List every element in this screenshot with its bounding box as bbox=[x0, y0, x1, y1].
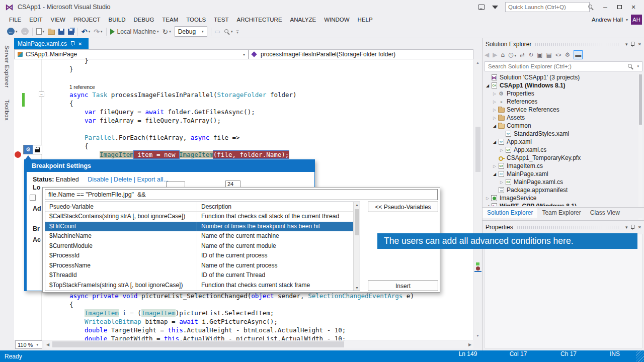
tree-item-app-xaml[interactable]: ◢<>App.xaml bbox=[484, 138, 637, 146]
find-in-files-button[interactable]: ▾ bbox=[224, 27, 233, 37]
tree-item-winrt-cpp-windows-8-1-[interactable]: ◢C+WinRT_CPP (Windows 8.1) bbox=[484, 202, 637, 206]
code-line[interactable]: double TargetHeight = this.ActualHeight … bbox=[39, 326, 414, 334]
tree-item-assets[interactable]: ▷Assets bbox=[484, 114, 637, 122]
h-scrollbar-thumb[interactable] bbox=[52, 341, 344, 347]
expand-arrow-icon[interactable]: ▷ bbox=[492, 116, 498, 120]
menu-team[interactable]: TEAM bbox=[158, 14, 182, 25]
pending-changes-icon[interactable]: ◷▾ bbox=[508, 51, 516, 58]
preview-selected-items-button[interactable]: ▬ bbox=[574, 50, 583, 59]
quick-launch-input[interactable] bbox=[508, 4, 586, 10]
maximize-button[interactable] bbox=[613, 2, 626, 12]
navigate-forward-button[interactable]: → bbox=[21, 27, 29, 37]
close-icon[interactable]: ✕ bbox=[637, 225, 641, 230]
code-line[interactable]: async Task processImageFilesInParallel(S… bbox=[39, 90, 297, 99]
code-line[interactable]: Parallel.ForEach(fileArray, async file =… bbox=[39, 133, 297, 142]
tree-item-service-references[interactable]: ▷Service References bbox=[484, 106, 637, 114]
open-file-button[interactable] bbox=[48, 27, 55, 37]
close-button[interactable]: ✕ bbox=[627, 2, 640, 12]
conditions-checkbox[interactable] bbox=[30, 195, 36, 201]
tree-item-csapp1-windows-8-1-[interactable]: ◢C#CSApp1 (Windows 8.1) bbox=[484, 81, 637, 89]
user-menu-chevron-down-icon[interactable]: ▾ bbox=[626, 18, 628, 22]
new-file-button[interactable]: ▾ bbox=[36, 27, 45, 37]
code-line[interactable]: } bbox=[39, 56, 297, 65]
scrollbar-thumb[interactable] bbox=[639, 74, 642, 125]
navigate-backward-button[interactable]: ←▾ bbox=[7, 27, 18, 37]
column-description[interactable]: Description bbox=[197, 202, 360, 211]
menu-build[interactable]: BUILD bbox=[105, 14, 130, 25]
save-all-button[interactable] bbox=[68, 27, 74, 37]
menu-architecture[interactable]: ARCHITECTURE bbox=[232, 14, 286, 25]
code-line[interactable]: async private void pictureList_Selection… bbox=[39, 292, 414, 300]
code-line[interactable]: var fileQuery = await folder.GetFilesAsy… bbox=[39, 108, 297, 116]
toolbar-overflow-button[interactable]: ─▾ bbox=[236, 30, 238, 34]
user-name[interactable]: Andrew Hall bbox=[592, 17, 623, 23]
menu-file[interactable]: FILE bbox=[5, 14, 25, 25]
feedback-icon[interactable] bbox=[478, 5, 485, 10]
code-line[interactable]: WriteableBitmap bitmap = await i.GetPict… bbox=[39, 317, 414, 326]
properties-wrench-icon[interactable]: ⚙ bbox=[565, 51, 571, 58]
tree-item-properties[interactable]: ▷⚙Properties bbox=[484, 89, 637, 98]
menu-view[interactable]: VIEW bbox=[47, 14, 69, 25]
tree-item-imageservice[interactable]: ▷ImageService bbox=[484, 194, 637, 202]
scroll-down-icon[interactable]: ▼ bbox=[355, 286, 359, 290]
window-menu-chevron-down-icon[interactable]: ▾ bbox=[625, 42, 628, 47]
resize-grip[interactable] bbox=[636, 350, 644, 362]
pseudo-variable-row[interactable]: $ThreadIdID of the current Thread bbox=[45, 270, 360, 281]
view-code-icon[interactable]: <> bbox=[555, 52, 561, 58]
tree-item-mainpage-xaml-cs[interactable]: ▷C#MainPage.xaml.cs bbox=[484, 178, 637, 186]
column-variable[interactable]: Psuedo-Variable bbox=[45, 202, 197, 211]
menu-tools[interactable]: TOOLS bbox=[182, 14, 210, 25]
tab-solution-explorer[interactable]: Solution Explorer bbox=[482, 208, 537, 218]
insert-button[interactable]: Insert bbox=[368, 281, 438, 291]
pin-icon[interactable] bbox=[70, 41, 74, 46]
tree-item-solution-csapp1-3-projects-[interactable]: ⋈Solution 'CSApp1' (3 projects) bbox=[484, 73, 637, 81]
code-line[interactable]: { bbox=[39, 99, 297, 108]
start-debugging-button[interactable]: Local Machine▾ bbox=[110, 27, 159, 37]
pseudo-variable-row[interactable]: $CurrentModuleName of the current module bbox=[45, 241, 360, 251]
code-line[interactable]: 1 reference bbox=[39, 82, 297, 90]
tree-scrollbar[interactable]: ▼ bbox=[638, 73, 642, 244]
tab-team-explorer[interactable]: Team Explorer bbox=[537, 208, 585, 218]
scroll-left-icon[interactable]: ◀ bbox=[44, 342, 51, 347]
solution-explorer-header[interactable]: Solution Explorer ▾ ✕ bbox=[482, 40, 644, 49]
scroll-up-icon[interactable]: ▲ bbox=[476, 61, 479, 64]
tree-item-package-appxmanifest[interactable]: Package.appxmanifest bbox=[484, 186, 637, 194]
collapse-arrow-icon[interactable]: ◢ bbox=[492, 124, 498, 128]
tree-item-app-xaml-cs[interactable]: ▷C#App.xaml.cs bbox=[484, 146, 637, 154]
expand-arrow-icon[interactable]: ▷ bbox=[485, 196, 491, 201]
scrollbar-thumb[interactable] bbox=[355, 209, 359, 235]
breakpoint-links[interactable]: Disable | Delete | Export all... bbox=[88, 176, 169, 183]
tree-item-imageitem-cs[interactable]: ▷C#ImageItem.cs bbox=[484, 162, 637, 170]
solution-explorer-search-input[interactable] bbox=[488, 63, 625, 69]
tab-close-icon[interactable]: ✕ bbox=[78, 41, 82, 47]
collapse-arrow-icon[interactable]: ◢ bbox=[485, 83, 491, 88]
undo-button[interactable]: ↶▾ bbox=[82, 27, 90, 37]
tree-item-csapp1-temporarykey-pfx[interactable]: CSApp1_TemporaryKey.pfx bbox=[484, 154, 637, 162]
expand-arrow-icon[interactable]: ▷ bbox=[499, 180, 505, 185]
scroll-down-icon[interactable]: ▼ bbox=[476, 334, 479, 337]
pseudo-variable-row[interactable]: $TopStackFrameIs(string strA [, bool ign… bbox=[45, 281, 360, 291]
pin-icon[interactable] bbox=[630, 42, 634, 47]
code-line[interactable]: { bbox=[39, 300, 414, 309]
refresh-icon[interactable]: ↻ bbox=[528, 51, 533, 58]
solution-configuration-dropdown[interactable]: Debug▾ bbox=[175, 26, 207, 37]
tree-item-common[interactable]: ◢Common bbox=[484, 122, 637, 130]
menu-debug[interactable]: DEBUG bbox=[129, 14, 158, 25]
menu-test[interactable]: TEST bbox=[210, 14, 232, 25]
code-line[interactable] bbox=[39, 73, 297, 82]
expand-arrow-icon[interactable]: ▷ bbox=[499, 148, 505, 152]
code-line[interactable]: { bbox=[39, 142, 297, 150]
redo-button[interactable]: ↷▾ bbox=[94, 27, 102, 37]
solution-explorer-search-box[interactable]: ▾ bbox=[485, 61, 642, 71]
save-button[interactable] bbox=[58, 27, 64, 37]
menu-window[interactable]: WINDOW bbox=[320, 14, 353, 25]
collapse-all-icon[interactable]: ▣ bbox=[537, 51, 542, 58]
expand-arrow-icon[interactable]: ▷ bbox=[492, 108, 498, 112]
condition-expression-input[interactable] bbox=[45, 189, 438, 200]
menu-edit[interactable]: EDIT bbox=[25, 14, 46, 25]
menu-help[interactable]: HELP bbox=[354, 14, 377, 25]
pin-icon[interactable] bbox=[630, 225, 634, 230]
editor-horizontal-scrollbar[interactable]: ◀ ▶ bbox=[44, 340, 473, 348]
avatar[interactable]: AH bbox=[631, 15, 642, 25]
code-line[interactable]: ImageItem item = new ImageItem(file, fol… bbox=[39, 150, 297, 159]
